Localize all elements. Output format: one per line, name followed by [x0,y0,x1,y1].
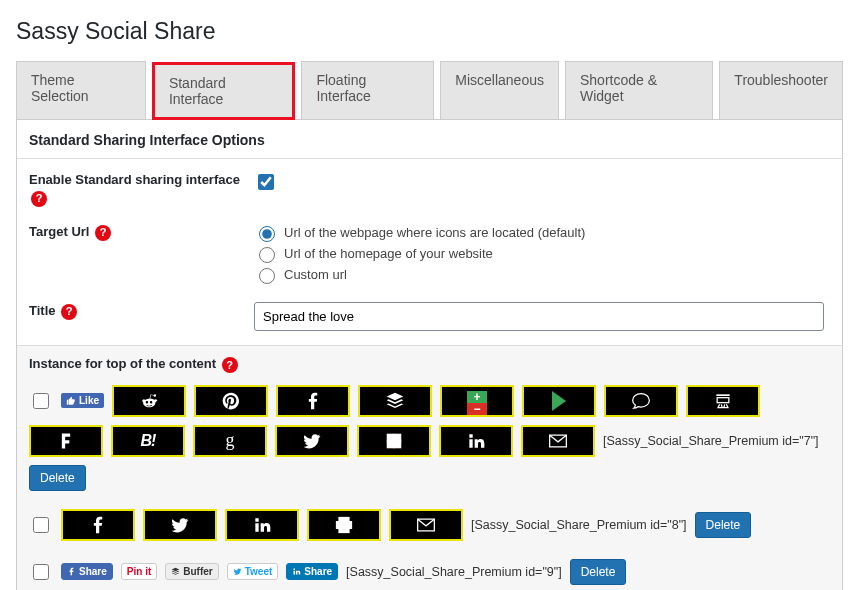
thumbs-up-icon [66,396,76,406]
tabs-bar: Theme Selection Standard Interface Float… [16,61,843,120]
help-icon[interactable]: ? [31,191,47,207]
pinit-badge[interactable]: Pin it [121,563,157,580]
shortcode-3: [Sassy_Social_Share_Premium id="9"] [346,565,562,579]
twitter-icon[interactable] [143,509,217,541]
title-text: Title [29,303,56,318]
instance-heading-text: Instance for top of the content [29,356,216,371]
tab-standard-interface[interactable]: Standard Interface [152,62,296,120]
linkedin-icon[interactable] [439,425,513,457]
facebook-icon [67,567,76,576]
target-url-radio-default[interactable] [259,226,275,242]
tab-miscellaneous[interactable]: Miscellaneous [440,61,559,119]
tab-shortcode-widget[interactable]: Shortcode & Widget [565,61,713,119]
tab-troubleshooter[interactable]: Troubleshooter [719,61,843,119]
instance-row-1: Like +− B! g [Sassy_Social_Share_Premium… [29,385,830,491]
target-url-text: Target Url [29,224,89,239]
twitter-icon [233,567,242,576]
fark-icon[interactable] [29,425,103,457]
tab-theme-selection[interactable]: Theme Selection [16,61,146,119]
facebook-icon[interactable] [276,385,350,417]
delicious-icon[interactable] [357,425,431,457]
linkedin-share-badge[interactable]: Share [286,563,338,580]
help-icon[interactable]: ? [95,225,111,241]
delete-button-2[interactable]: Delete [695,512,752,538]
tweet-badge[interactable]: Tweet [227,563,279,580]
fb-share-text: Share [79,566,107,577]
instance-row-3-checkbox[interactable] [33,564,49,580]
linkedin-share-text: Share [304,566,332,577]
reddit-icon[interactable] [112,385,186,417]
linkedin-icon [292,567,301,576]
svg-rect-2 [387,434,394,441]
enable-sharing-text: Enable Standard sharing interface [29,172,240,187]
shortcode-1: [Sassy_Social_Share_Premium id="7"] [603,434,819,448]
instance-row-1-checkbox[interactable] [33,393,49,409]
settings-panel: Standard Sharing Interface Options Enabl… [16,120,843,590]
panel-heading: Standard Sharing Interface Options [17,132,842,159]
buffer-text: Buffer [183,566,212,577]
shortcode-2: [Sassy_Social_Share_Premium id="8"] [471,518,687,532]
target-url-option-custom: Custom url [284,267,347,282]
help-icon[interactable]: ? [61,304,77,320]
tab-floating-interface[interactable]: Floating Interface [301,61,434,119]
fb-like-badge[interactable]: Like [61,393,104,408]
target-url-radio-homepage[interactable] [259,247,275,263]
fb-like-text: Like [79,395,99,406]
instance-row-2: [Sassy_Social_Share_Premium id="8"] Dele… [29,509,830,541]
title-input[interactable] [254,302,824,331]
hatena-icon[interactable]: B! [111,425,185,457]
instance-top-content-section: Instance for top of the content ? Like +… [17,345,842,590]
title-label: Title ? [29,302,254,320]
douban-icon[interactable] [686,385,760,417]
svg-rect-1 [717,398,729,403]
print-icon[interactable] [307,509,381,541]
tweet-text: Tweet [245,566,273,577]
instance-row-3: Share Pin it Buffer Tweet Share [Sassy_S… [29,559,830,585]
twitter-icon[interactable] [275,425,349,457]
svg-rect-5 [394,441,401,448]
email-icon[interactable] [521,425,595,457]
page-title: Sassy Social Share [16,18,843,45]
pinterest-icon[interactable] [194,385,268,417]
delete-button-3[interactable]: Delete [570,559,627,585]
target-url-option-homepage: Url of the homepage of your website [284,246,493,261]
goodreads-icon[interactable]: g [193,425,267,457]
enable-sharing-label: Enable Standard sharing interface ? [29,171,254,207]
delete-button-1[interactable]: Delete [29,465,86,491]
fb-share-badge[interactable]: Share [61,563,113,580]
facebook-icon[interactable] [61,509,135,541]
svg-rect-4 [387,441,394,448]
svg-rect-3 [394,434,401,441]
instance-row-2-checkbox[interactable] [33,517,49,533]
stack-plus-minus-icon[interactable]: +− [440,385,514,417]
svg-rect-8 [339,527,349,533]
buffer-badge[interactable]: Buffer [165,563,218,580]
linkedin-icon[interactable] [225,509,299,541]
buffer-icon [171,567,180,576]
target-url-label: Target Url ? [29,223,254,241]
target-url-option-default: Url of the webpage where icons are locat… [284,225,585,240]
target-url-radio-custom[interactable] [259,268,275,284]
instance-top-content-heading: Instance for top of the content ? [29,356,830,373]
svg-rect-0 [716,394,729,396]
help-icon[interactable]: ? [222,357,238,373]
play-icon[interactable] [522,385,596,417]
enable-sharing-checkbox[interactable] [258,174,274,190]
comment-icon[interactable] [604,385,678,417]
email-icon[interactable] [389,509,463,541]
buffer-icon[interactable] [358,385,432,417]
